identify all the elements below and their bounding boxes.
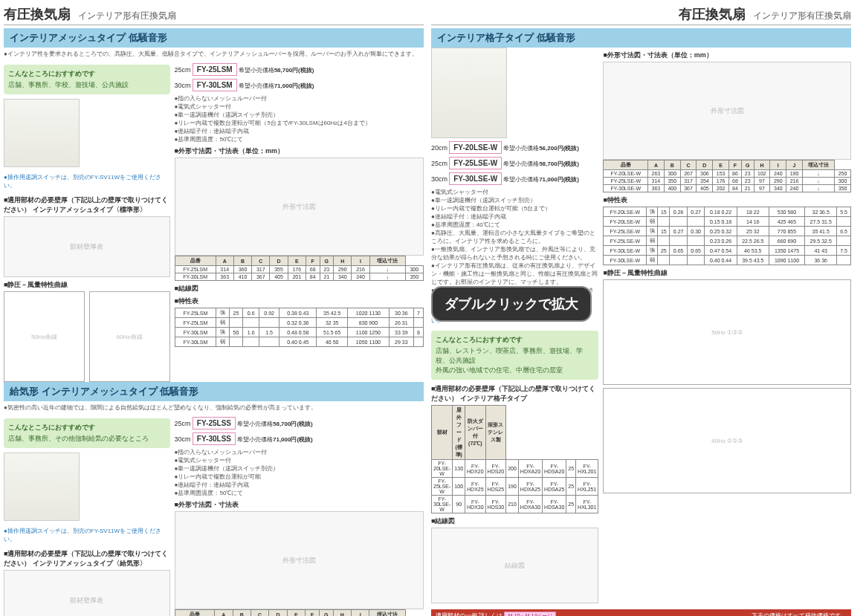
chart-60hz: 60Hz曲線 xyxy=(89,291,170,382)
chart-r-60hz: 60Hz ①②③ xyxy=(603,388,851,493)
section2-lead: ●気密性の高い近年の建物では、隙間による自然給気はほとんど望めなくなり、強制給気… xyxy=(4,403,424,412)
model-row: 30cm FY-30LSS希望小売価格71,000円(税抜) xyxy=(175,432,424,445)
parts-table-2: 部材壁厚表 xyxy=(4,570,170,616)
table-row: FY-20LSE-W強150.260.270.18 0.2218 22530 5… xyxy=(604,207,851,217)
model-row: 20cm FY-20LSE-W希望小売価格56,200円(税抜) xyxy=(431,141,598,154)
chart-50hz: 50Hz曲線 xyxy=(4,291,85,382)
table-row: FY-30LSE-W強250.650.650.47 0.5446 53.5135… xyxy=(604,246,851,256)
dim-diagram-r: 外形寸法図 xyxy=(603,62,851,160)
table-row: FY-30LSM3634103674052018421340240↓350 xyxy=(175,273,423,281)
blue-note: ●操作用速調スイッチは、別売のFY-SV11Wをご使用ください。 xyxy=(4,173,170,189)
model-code: FY-20LSE-W xyxy=(449,141,502,154)
model-price: 希望小売価格71,000円(税抜) xyxy=(503,175,579,184)
header-sub: インテリア形有圧換気扇 xyxy=(78,10,176,22)
table-row: FY-30LSE-W弱0.40 0.4439.5 43.51090 110036… xyxy=(604,256,851,265)
spec-subhead: 特性表 xyxy=(175,296,424,306)
product-image-2 xyxy=(4,453,80,521)
chart-r-50hz: 50Hz ①②③ xyxy=(603,279,851,385)
table-row: FY-25LSM弱0.32 0.3632 35830 90026 31 xyxy=(175,318,423,328)
dim-table: 品番ABCDEFGHI埋込寸法FY-25LSM31436031735517668… xyxy=(175,256,424,281)
model-row: 25cm FY-25LSE-W希望小売価格58,700円(税抜) xyxy=(431,157,598,169)
dim-diagram-2: 外形寸法図 xyxy=(175,511,424,609)
model-price: 希望小売価格71,000円(税抜) xyxy=(239,82,314,90)
table-row: FY-20LSE-W弱0.15 0.1814 16425 46527.5 31.… xyxy=(604,217,851,227)
curve-subhead: 静圧－風量特性曲線 xyxy=(4,280,170,290)
table-row: FY-30LSE-W363400367405202842197340240↓35… xyxy=(604,185,851,192)
model-price: 希望小売価格71,000円(税抜) xyxy=(237,435,313,444)
right-page: 有圧換気扇 インテリア形有圧換気扇 インテリア格子タイプ 低騒音形 20cm F… xyxy=(431,4,851,616)
product-image-r xyxy=(431,48,507,138)
parts-table-r: 部材屋外フード(標準)防火ダンパー付(72℃)深形ステンレス製FY-20LSE-… xyxy=(431,405,598,513)
model-code: FY-25LSE-W xyxy=(449,157,502,169)
section-r-title: インテリア格子タイプ 低騒音形 xyxy=(431,28,851,48)
model-row: 30cm FY-30LSE-W希望小売価格71,000円(税抜) xyxy=(431,172,598,185)
model-price: 希望小売価格58,700円(税抜) xyxy=(237,420,313,428)
header-main: 有圧換気扇 xyxy=(4,5,71,23)
recommend-box: こんなところにおすすめです 店舗、事務所、学校、遊技場、公共施設 xyxy=(4,65,170,94)
model-code: FY-25LSS xyxy=(193,417,236,429)
model-price: 希望小売価格58,700円(税抜) xyxy=(503,160,579,168)
model-row: 30cm FY-30LSM希望小売価格71,000円(税抜) xyxy=(175,79,424,91)
spec-table: FY-25LSM強250.60.920.38 0.4335 42.51020 1… xyxy=(175,308,424,347)
model-code: FY-30LSE-W xyxy=(449,172,502,185)
section1-lead: ●インテリア性を要求されるところでの、高静圧、大風量、低騒音タイプで、インテリア… xyxy=(4,50,424,58)
table-row: FY-20LSE-W2633002673061538623102240190↓2… xyxy=(604,170,851,178)
model-row: 25cm FY-25LSS希望小売価格58,700円(税抜) xyxy=(175,417,424,429)
bottom-banner-right: 適用部材の一例 詳しくは M-10～M-14ページ 下表の価格はすべて税抜価格で… xyxy=(431,609,851,616)
table-row: FY-20LSE-W130FY-HDX20FY-HDS20200FY-HDXA2… xyxy=(432,460,598,478)
parts-subhead: 適用部材の必要壁厚（下記以上の壁厚で取りつけてください） インテリアメッシュタイ… xyxy=(4,195,170,215)
page-header-r: 有圧換気扇 インテリア形有圧換気扇 xyxy=(431,4,851,25)
zoom-hint-overlay[interactable]: ダブルクリックで拡大 xyxy=(431,286,592,322)
parts-table: 部材壁厚表 xyxy=(4,216,170,277)
model-code: FY-30LSM xyxy=(193,79,237,91)
model-price: 希望小売価格58,700円(税抜) xyxy=(239,66,314,74)
recommend-box-2: こんなところにおすすめです 店舗、事務所、その他強制給気の必要なところ xyxy=(4,418,170,448)
model-code: FY-30LSS xyxy=(193,432,236,445)
section1-title: インテリアメッシュタイプ 低騒音形 xyxy=(4,28,424,48)
recommend-box-r: こんなところにおすすめです 店舗、レストラン、喫茶店、事務所、遊技場、学校、公共… xyxy=(431,331,598,380)
dim-subhead: 外形寸法図・寸法表（単位：mm） xyxy=(175,146,424,156)
left-page: 有圧換気扇 インテリア形有圧換気扇 インテリアメッシュタイプ 低騒音形 ●インテ… xyxy=(4,4,424,616)
table-row: FY-25LSM強250.60.920.38 0.4335 42.51020 1… xyxy=(175,308,423,318)
model-code: FY-25LSM xyxy=(193,63,237,76)
table-row: FY-30LSE-W90FY-HDX30FY-HDS30210FY-HDXA30… xyxy=(432,496,598,513)
wire-subhead: 結線図 xyxy=(175,284,424,294)
table-row: FY-30LSM弱0.40 0.4540 501050 110029 33 xyxy=(175,337,423,347)
dim-diagram: 外形寸法図 xyxy=(175,158,424,256)
table-row: FY-25LSE-W弱0.23 0.2622.5 26.5660 69029.5… xyxy=(604,236,851,246)
model-price: 希望小売価格56,200円(税抜) xyxy=(503,144,579,152)
table-row: FY-25LSE-W強150.270.300.25 0.3225 32770 8… xyxy=(604,227,851,236)
section2-title: 給気形 インテリアメッシュタイプ 低騒音形 xyxy=(4,382,424,401)
page-header: 有圧換気扇 インテリア形有圧換気扇 xyxy=(4,4,424,25)
table-row: FY-25LSM3143603173551766823290216↓300 xyxy=(175,266,423,273)
product-image xyxy=(4,99,80,167)
table-row: FY-25LSE-W100FY-HDX25FY-HDS25190FY-HDXA2… xyxy=(432,478,598,496)
wire-diagram-r: 結線図 xyxy=(431,528,598,603)
bullets: ●指の入らないメッシュルーバー付 ●電気式シャッター付 ●単一速調速機付（速調ス… xyxy=(175,94,424,143)
model-row: 25cm FY-25LSM希望小売価格58,700円(税抜) xyxy=(175,63,424,76)
table-row: FY-25LSE-W314350317354176682397290216↓30… xyxy=(604,178,851,185)
table-row: FY-30LSM強501.61.50.48 0.5851.5 651100 12… xyxy=(175,328,423,337)
